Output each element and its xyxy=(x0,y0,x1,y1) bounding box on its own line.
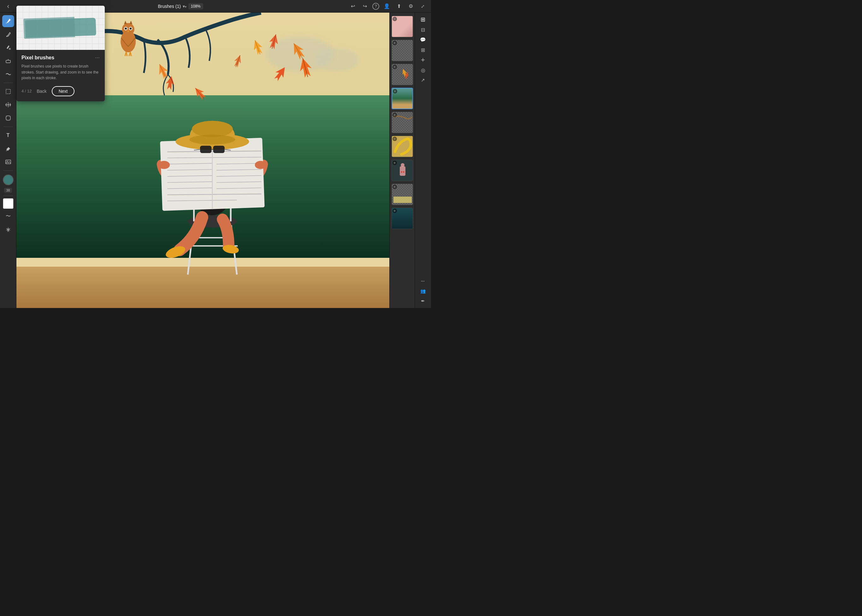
layer-thumb-9[interactable] xyxy=(392,207,413,229)
layer-settings-icon-9 xyxy=(393,209,397,213)
settings-button[interactable]: ⚙ xyxy=(407,2,415,11)
toolbar-divider-4 xyxy=(3,195,13,196)
export-button[interactable]: ↗ xyxy=(419,76,427,85)
svg-point-50 xyxy=(189,134,235,144)
select-tool-button[interactable] xyxy=(2,85,14,97)
svg-point-46 xyxy=(254,160,266,169)
add-button[interactable]: + xyxy=(419,55,427,64)
fx-tool-button[interactable] xyxy=(2,223,14,236)
layer-thumb-6[interactable] xyxy=(392,136,413,157)
people-button[interactable]: 👥 xyxy=(419,286,427,295)
layer-settings-icon-5 xyxy=(393,113,397,117)
layer-thumb-2[interactable] xyxy=(392,40,413,61)
svg-point-13 xyxy=(122,23,134,35)
eyedrop-tool-button[interactable] xyxy=(2,143,14,155)
warp-tool-button[interactable] xyxy=(2,112,14,124)
layer-settings-icon-3 xyxy=(393,65,397,69)
left-toolbar: T 38 〜 xyxy=(0,13,16,308)
color-swatch[interactable] xyxy=(3,174,14,185)
svg-point-16 xyxy=(125,28,127,30)
visibility-button[interactable]: ◎ xyxy=(419,66,427,74)
pen-button[interactable]: ✒ xyxy=(419,297,427,305)
layer-settings-icon-8 xyxy=(393,185,397,189)
right-panel: ⊞ ⊟ 💬 ⊞ + ◎ ↗ ••• 👥 ✒ xyxy=(415,13,431,308)
brush-tool-button[interactable] xyxy=(2,15,14,27)
tooltip-back-button[interactable]: Back xyxy=(37,89,47,94)
svg-rect-3 xyxy=(6,160,11,164)
svg-rect-56 xyxy=(400,166,405,176)
leaves-svg xyxy=(136,22,314,125)
svg-rect-58 xyxy=(393,196,412,203)
help-button[interactable]: ? xyxy=(372,3,379,10)
back-button[interactable] xyxy=(4,2,13,11)
svg-rect-2 xyxy=(6,89,10,94)
top-bar-right: ↩ ↪ ? 👤 ⬆ ⚙ ⤢ xyxy=(349,2,427,11)
layer-thumb-5[interactable] xyxy=(392,112,413,133)
cloud-2 xyxy=(315,48,360,72)
zoom-level[interactable]: 108% xyxy=(188,3,203,9)
comments-button[interactable]: 💬 xyxy=(419,35,427,44)
top-bar-center: Brushes (1) ▾ 108% xyxy=(158,3,203,9)
layer-settings-icon-1 xyxy=(393,17,397,21)
layer-thumb-8[interactable] xyxy=(392,184,413,205)
layer-thumb-3[interactable] xyxy=(392,64,413,85)
layer-settings-icon-7 xyxy=(393,160,397,165)
tooltip-footer: 4 / 12 Back Next xyxy=(22,86,100,96)
shape-swatch[interactable] xyxy=(3,198,14,209)
document-title: Brushes (1) xyxy=(158,4,181,9)
svg-rect-51 xyxy=(200,146,211,153)
brush-size-badge[interactable]: 38 xyxy=(4,188,12,193)
more-options-button[interactable]: ••• xyxy=(419,277,427,285)
tooltip-next-button[interactable]: Next xyxy=(52,86,75,96)
layer-settings-icon-4 xyxy=(393,89,397,93)
tooltip-progress: 4 / 12 xyxy=(22,89,32,93)
paint-tool-button[interactable] xyxy=(2,28,14,40)
layer-thumb-4[interactable] xyxy=(392,88,413,109)
svg-rect-1 xyxy=(6,60,10,63)
svg-point-17 xyxy=(130,28,132,30)
fullscreen-button[interactable]: ⤢ xyxy=(418,2,427,11)
title-dropdown-arrow[interactable]: ▾ xyxy=(183,4,187,9)
svg-rect-52 xyxy=(213,146,225,153)
brush-stroke-preview xyxy=(25,18,96,38)
tooltip-body: Pixel brushes ··· Pixel brushes use pixe… xyxy=(16,50,105,101)
svg-point-4 xyxy=(6,161,8,162)
svg-point-45 xyxy=(158,160,170,169)
layer-thumb-1[interactable] xyxy=(392,16,413,37)
tooltip-panel: Pixel brushes ··· Pixel brushes use pixe… xyxy=(16,6,105,101)
profile-button[interactable]: 👤 xyxy=(382,2,391,11)
owl-svg xyxy=(113,16,143,57)
toolbar-divider-3 xyxy=(3,170,13,171)
svg-rect-57 xyxy=(401,163,405,167)
smear-tool-button[interactable] xyxy=(2,68,14,80)
top-bar-left xyxy=(4,2,13,11)
erase-tool-button[interactable] xyxy=(2,55,14,67)
redo-button[interactable]: ↪ xyxy=(360,2,369,11)
image-tool-button[interactable] xyxy=(2,156,14,168)
layer-settings-icon-2 xyxy=(393,41,397,45)
wave-tool-button[interactable]: 〜 xyxy=(2,210,14,222)
move-tool-button[interactable] xyxy=(2,99,14,111)
svg-point-0 xyxy=(9,48,11,50)
undo-button[interactable]: ↩ xyxy=(349,2,357,11)
tooltip-title: Pixel brushes xyxy=(22,55,54,61)
layers-panel xyxy=(389,13,415,308)
tooltip-header: Pixel brushes ··· xyxy=(22,54,100,61)
adjustments-button[interactable]: ⊟ xyxy=(419,25,427,34)
fill-tool-button[interactable] xyxy=(2,42,14,53)
table-button[interactable]: ⊞ xyxy=(419,46,427,54)
layers-panel-button[interactable]: ⊞ xyxy=(419,15,427,24)
layer-settings-icon-6 xyxy=(393,137,397,141)
share-button[interactable]: ⬆ xyxy=(394,2,403,11)
tooltip-menu-button[interactable]: ··· xyxy=(95,54,100,61)
layer-thumb-7[interactable] xyxy=(392,160,413,181)
tooltip-description: Pixel brushes use pixels to create brush… xyxy=(22,63,100,81)
toolbar-divider-1 xyxy=(3,83,13,83)
tooltip-preview xyxy=(16,6,105,50)
text-tool-button[interactable]: T xyxy=(2,129,14,141)
